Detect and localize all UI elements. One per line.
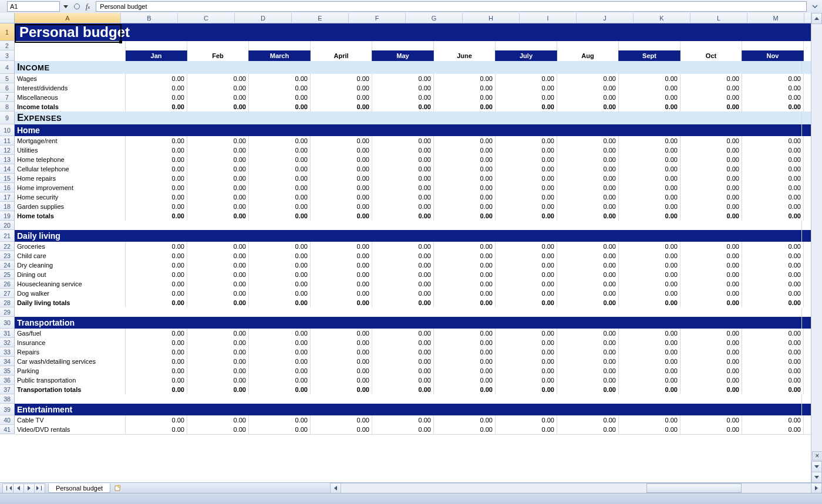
subgroup-header[interactable]: Home	[15, 124, 802, 137]
column-header[interactable]: D	[235, 13, 292, 23]
data-cell[interactable]: 0.00	[126, 183, 187, 193]
data-cell[interactable]: 0.00	[434, 83, 496, 93]
totals-cell[interactable]: 0.00	[496, 298, 557, 308]
data-cell[interactable]: 0.00	[742, 338, 804, 348]
scroll-down-button[interactable]	[811, 461, 822, 472]
row-header[interactable]: 33	[0, 347, 15, 357]
data-cell[interactable]: 0.00	[619, 425, 680, 435]
data-cell[interactable]: 0.00	[557, 164, 619, 174]
data-cell[interactable]: 0.00	[249, 270, 311, 280]
totals-cell[interactable]: 0.00	[680, 298, 742, 308]
totals-cell[interactable]: 0.00	[742, 385, 804, 395]
data-cell[interactable]: 0.00	[187, 261, 249, 270]
data-cell[interactable]: 0.00	[619, 164, 680, 174]
totals-label[interactable]: Transportation totals	[15, 385, 126, 395]
data-cell[interactable]: 0.00	[496, 261, 557, 270]
data-cell[interactable]: 0.00	[372, 415, 434, 425]
row-label[interactable]: Home improvement	[15, 183, 126, 193]
data-cell[interactable]: 0.00	[742, 270, 804, 280]
data-cell[interactable]: 0.00	[187, 174, 249, 184]
scroll-down-button-2[interactable]	[811, 472, 822, 483]
totals-cell[interactable]: 0.00	[249, 102, 311, 112]
data-cell[interactable]: 0.00	[372, 174, 434, 184]
data-cell[interactable]: 0.00	[619, 174, 680, 184]
cell-blank[interactable]	[15, 50, 126, 62]
data-cell[interactable]: 0.00	[619, 289, 680, 299]
data-cell[interactable]: 0.00	[311, 192, 372, 202]
row-header[interactable]: 28	[0, 298, 15, 307]
vertical-scrollbar[interactable]: ✕	[811, 13, 822, 483]
data-cell[interactable]: 0.00	[434, 93, 496, 103]
data-cell[interactable]: 0.00	[249, 251, 311, 261]
row-header[interactable]: 8	[0, 102, 15, 111]
data-cell[interactable]: 0.00	[126, 164, 187, 174]
totals-cell[interactable]: 0.00	[496, 102, 557, 112]
data-cell[interactable]: 0.00	[434, 183, 496, 193]
data-cell[interactable]: 0.00	[680, 74, 742, 84]
row-label[interactable]: Mortgage/rent	[15, 136, 126, 146]
data-cell[interactable]: 0.00	[249, 136, 311, 146]
data-cell[interactable]: 0.00	[496, 146, 557, 155]
data-cell[interactable]: 0.00	[126, 93, 187, 103]
totals-cell[interactable]: 0.00	[187, 298, 249, 308]
data-cell[interactable]: 0.00	[126, 202, 187, 212]
row-header[interactable]: 24	[0, 261, 15, 270]
data-cell[interactable]: 0.00	[372, 425, 434, 435]
data-cell[interactable]: 0.00	[557, 183, 619, 193]
data-cell[interactable]: 0.00	[126, 146, 187, 155]
row-header[interactable]: 32	[0, 338, 15, 347]
data-cell[interactable]: 0.00	[742, 329, 804, 339]
tab-nav-next-icon[interactable]	[23, 483, 35, 493]
data-cell[interactable]: 0.00	[249, 289, 311, 299]
data-cell[interactable]: 0.00	[311, 164, 372, 174]
data-cell[interactable]: 0.00	[496, 202, 557, 212]
data-cell[interactable]: 0.00	[372, 242, 434, 252]
month-header[interactable]: Feb	[187, 50, 249, 62]
data-cell[interactable]: 0.00	[742, 425, 804, 435]
data-cell[interactable]: 0.00	[557, 83, 619, 93]
data-cell[interactable]: 0.00	[434, 155, 496, 165]
totals-cell[interactable]: 0.00	[557, 385, 619, 395]
data-cell[interactable]: 0.00	[126, 415, 187, 425]
cell-blank[interactable]	[249, 41, 311, 51]
totals-cell[interactable]: 0.00	[311, 102, 372, 112]
data-cell[interactable]: 0.00	[434, 192, 496, 202]
data-cell[interactable]: 0.00	[372, 289, 434, 299]
data-cell[interactable]: 0.00	[126, 155, 187, 165]
column-header[interactable]: H	[463, 13, 520, 23]
data-cell[interactable]: 0.00	[680, 270, 742, 280]
data-cell[interactable]: 0.00	[680, 155, 742, 165]
row-label[interactable]: Gas/fuel	[15, 329, 126, 339]
totals-cell[interactable]: 0.00	[434, 211, 496, 221]
data-cell[interactable]: 0.00	[496, 415, 557, 425]
formula-bar-expand-icon[interactable]	[810, 2, 820, 11]
data-cell[interactable]: 0.00	[557, 366, 619, 376]
data-cell[interactable]: 0.00	[187, 146, 249, 155]
data-cell[interactable]: 0.00	[434, 289, 496, 299]
cell-blank[interactable]	[619, 41, 680, 51]
data-cell[interactable]: 0.00	[187, 155, 249, 165]
row-label[interactable]: Miscellaneous	[15, 93, 126, 103]
data-cell[interactable]: 0.00	[311, 261, 372, 270]
column-header[interactable]: C	[178, 13, 235, 23]
data-cell[interactable]: 0.00	[372, 83, 434, 93]
data-cell[interactable]: 0.00	[187, 202, 249, 212]
data-cell[interactable]: 0.00	[249, 183, 311, 193]
totals-cell[interactable]: 0.00	[187, 211, 249, 221]
data-cell[interactable]: 0.00	[372, 202, 434, 212]
data-cell[interactable]: 0.00	[680, 415, 742, 425]
data-cell[interactable]: 0.00	[619, 242, 680, 252]
row-label[interactable]: Groceries	[15, 242, 126, 252]
data-cell[interactable]: 0.00	[434, 261, 496, 270]
row-header[interactable]: 19	[0, 211, 15, 221]
totals-cell[interactable]: 0.00	[311, 298, 372, 308]
totals-cell[interactable]: 0.00	[496, 385, 557, 395]
data-cell[interactable]: 0.00	[249, 366, 311, 376]
data-cell[interactable]: 0.00	[619, 146, 680, 155]
data-cell[interactable]: 0.00	[742, 74, 804, 84]
data-cell[interactable]: 0.00	[557, 376, 619, 385]
cell-blank[interactable]	[742, 41, 804, 51]
column-header[interactable]	[804, 13, 811, 23]
data-cell[interactable]: 0.00	[557, 279, 619, 289]
data-cell[interactable]: 0.00	[742, 376, 804, 385]
